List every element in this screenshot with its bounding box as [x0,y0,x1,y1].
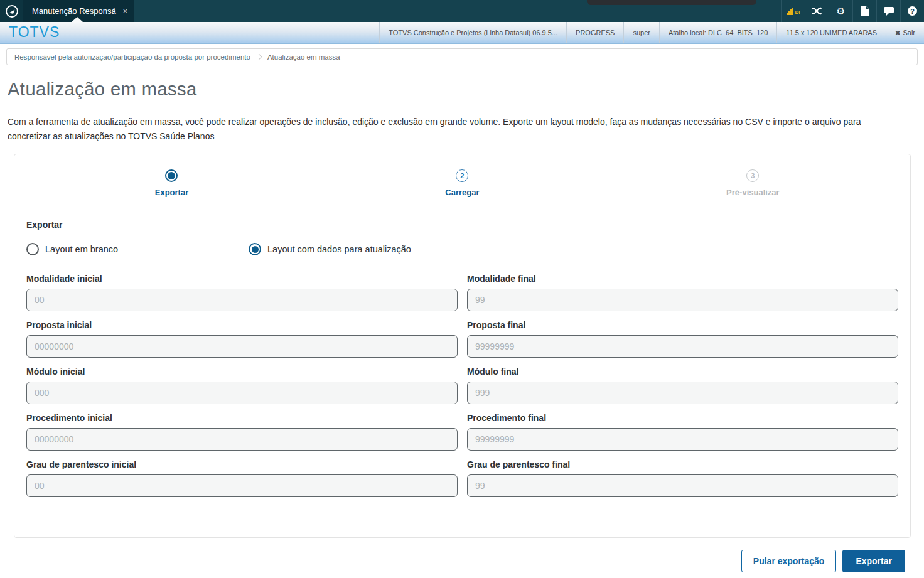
chat-icon[interactable] [876,0,900,22]
field-modalidade-final: Modalidade final [467,274,898,311]
connection-status-icon[interactable]: DI [781,0,805,22]
top-tab-bar: Manutenção Responsá × DI ⚙ [0,0,924,22]
step-2-label: Carregar [445,188,479,197]
modalidade-final-input[interactable] [467,289,898,311]
page-description: Com a ferramenta de atualização em massa… [8,115,881,144]
tab-close-icon[interactable]: × [122,6,127,16]
page-title: Atualização em massa [8,79,924,100]
radio-layout-em-branco[interactable]: Layout em branco [26,243,249,255]
settings-gear-icon[interactable]: ⚙ [829,0,852,22]
field-modalidade-inicial: Modalidade inicial [26,274,458,311]
step-connector-solid [181,176,454,176]
step-exportar[interactable]: Exportar [26,169,317,197]
env-database: PROGRESS [566,22,623,43]
step-1-label: Exportar [155,188,188,197]
step-3-label: Pré-visualizar [726,188,780,197]
breadcrumb-item-current: Atualização em massa [267,53,340,61]
logout-x-icon: ✖ [895,29,900,36]
export-button[interactable]: Exportar [842,550,905,572]
app-tab-label: Manutenção Responsá [32,6,117,16]
breadcrumb: Responsável pela autorização/participaçã… [6,48,918,65]
mass-update-card: Exportar 2 Carregar 3 Pré-visualizar Exp… [14,154,911,538]
step-pre-visualizar[interactable]: 3 Pré-visualizar [608,169,898,197]
procedimento-final-input[interactable] [467,428,898,451]
grau-parentesco-inicial-input[interactable] [26,474,458,497]
shuffle-icon[interactable] [805,0,829,22]
modulo-inicial-input[interactable] [26,382,458,404]
environment-info: TOTVS Construção e Projetos (Linha Datas… [379,22,924,43]
radio-layout-com-dados[interactable]: Layout com dados para atualização [249,243,411,255]
browser-overlay-strip [587,0,756,5]
footer-actions: Pular exportação Exportar [0,550,905,572]
modalidade-inicial-input[interactable] [26,289,458,311]
field-grau-parentesco-final: Grau de parentesco final [467,459,898,497]
document-icon[interactable] [852,0,876,22]
active-tab-caret [72,17,83,22]
env-shortcut: Atalho local: DLC_64_BITS_120 [659,22,776,43]
layout-radio-group: Layout em branco Layout com dados para a… [26,243,898,255]
proposta-final-input[interactable] [467,335,898,358]
field-procedimento-inicial: Procedimento inicial [26,413,458,451]
stepper: Exportar 2 Carregar 3 Pré-visualizar [26,169,898,208]
step-carregar[interactable]: 2 Carregar [317,169,608,197]
breadcrumb-item-parent[interactable]: Responsável pela autorização/participaçã… [14,53,250,61]
grau-parentesco-final-input[interactable] [467,474,898,497]
field-proposta-inicial: Proposta inicial [26,320,458,358]
export-section-label: Exportar [26,220,898,230]
field-proposta-final: Proposta final [467,320,898,358]
field-procedimento-final: Procedimento final [467,413,898,451]
skip-export-button[interactable]: Pular exportação [741,550,837,572]
range-filter-form: Modalidade inicial Modalidade final Prop… [26,274,898,497]
proposta-inicial-input[interactable] [26,335,458,358]
env-product: TOTVS Construção e Projetos (Linha Datas… [379,22,566,43]
step-1-circle [165,169,178,182]
procedimento-inicial-input[interactable] [26,428,458,451]
help-icon[interactable]: ? [900,0,924,22]
di-badge: DI [795,10,800,15]
modulo-final-input[interactable] [467,382,898,404]
field-modulo-inicial: Módulo inicial [26,367,458,404]
totvs-brand: TOTVS [0,22,60,43]
field-grau-parentesco-inicial: Grau de parentesco inicial [26,459,458,497]
signal-bars-icon [787,8,793,15]
header-bar: TOTVS TOTVS Construção e Projetos (Linha… [0,22,924,44]
totvs-logo-icon[interactable] [0,0,23,22]
step-connector-dashed [471,176,744,176]
step-2-circle: 2 [456,169,468,182]
radio-unselected-icon [26,243,39,255]
field-modulo-final: Módulo final [467,367,898,404]
logout-label: Sair [903,29,915,36]
env-version: 11.5.x 120 UNIMED ARARAS [776,22,886,43]
radio-selected-icon [249,243,261,255]
step-3-circle: 3 [746,169,759,182]
chevron-right-icon [255,54,262,60]
env-user: super [623,22,659,43]
logout-button[interactable]: ✖ Sair [886,22,924,43]
toolbar-icons: DI ⚙ ? [781,0,924,22]
